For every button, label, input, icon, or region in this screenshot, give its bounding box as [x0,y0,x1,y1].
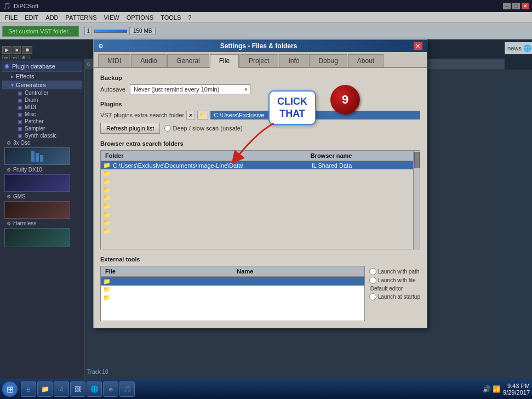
plugins-section: Plugins VST plugins extra search folder … [100,101,420,134]
folder-row-8[interactable]: 📁 [101,227,413,235]
deep-scan-radio-label[interactable]: Deep / slow scan (unsafe) [164,125,242,132]
folder-row-2[interactable]: 📁 [101,178,413,186]
launch-with-path-label: Launch with path [378,269,420,275]
browser-scrollbar-thumb[interactable] [414,152,420,168]
tool-name-0 [157,281,362,282]
vst-clear-button[interactable]: ✕ [186,111,195,119]
minimize-button[interactable]: ─ [503,3,511,9]
taskbar-ie-button[interactable]: e [21,381,36,397]
tab-file[interactable]: File [210,54,239,68]
tab-info[interactable]: Info [279,54,308,67]
taskbar-date: 9/29/2017 [503,389,530,396]
tab-audio[interactable]: Audio [131,54,167,67]
refresh-plugin-list-button[interactable]: Refresh plugin list [100,123,160,134]
dialog-content: Backup Autosave Never (just remind every… [94,68,427,328]
maximize-button[interactable]: □ [512,3,520,9]
launch-with-path-radio[interactable] [369,268,376,275]
folders-header: Folder Browser name [101,151,413,161]
folder-row-4[interactable]: 📁 [101,194,413,202]
tools-table: File Name 📁 📁 [100,266,365,321]
tab-general[interactable]: General [167,54,209,67]
folder-icon-4: 📁 [103,195,111,202]
taskbar-browser-button[interactable]: 🌐 [87,381,102,397]
taskbar: ⊞ e 📁 ♫ 🖼 🌐 ⊕ 🎵 🔊 📶 9:43 PM 9/29/2017 [0,379,532,399]
browser-folders-list: 📁 C:\Users\Exclusive\Documents\Image-Lin… [101,161,413,249]
dialog-overlay: ⚙ Settings - Files & folders ✕ MIDI Audi… [0,12,532,379]
taskbar-fl-studio-button[interactable]: 🎵 [119,381,135,397]
browser-name-col-header: Browser name [306,151,413,161]
dialog-titlebar: ⚙ Settings - Files & folders ✕ [94,40,427,52]
network-icon: ⊕ [108,386,113,392]
photo-icon: 🖼 [75,385,81,393]
window-controls: ─ □ ✕ [503,3,529,9]
tool-folder-icon-2: 📁 [103,294,111,301]
folder-icon-3: 📁 [103,186,111,193]
tool-file-bar-0 [113,277,157,285]
plugins-section-label: Plugins [100,101,420,107]
tab-about[interactable]: About [348,54,384,67]
browser-section-label: Browser extra search folders [100,140,420,147]
launch-with-file-radio[interactable] [369,277,376,284]
folder-col-header: Folder [101,151,306,161]
settings-dialog: ⚙ Settings - Files & folders ✕ MIDI Audi… [93,39,427,328]
taskbar-network-button[interactable]: ⊕ [103,381,118,397]
dialog-close-button[interactable]: ✕ [414,42,422,50]
tab-debug[interactable]: Debug [309,54,347,67]
vst-label: VST plugins extra search folder [100,112,184,118]
taskbar-right: 🔊 📶 9:43 PM 9/29/2017 [483,383,530,396]
tool-row-2[interactable]: 📁 [101,294,364,302]
deep-scan-radio[interactable] [164,125,171,132]
folder-icon-7: 📁 [103,219,111,226]
launch-with-file-radio-label[interactable]: Launch with file [369,277,420,284]
folder-row-3[interactable]: 📁 [101,186,413,194]
folder-row-7[interactable]: 📁 [101,219,413,227]
launch-at-startup-label: Launch at startup [378,294,420,300]
dialog-icon: ⚙ [98,43,104,50]
vst-row: VST plugins extra search folder ✕ 📁 C:\U… [100,111,420,119]
folder-row-6[interactable]: 📁 [101,210,413,219]
folder-row-0[interactable]: 📁 C:\Users\Exclusive\Documents\Image-Lin… [101,161,413,169]
launch-with-file-label: Launch with file [378,277,416,283]
tray-icons: 🔊 📶 [483,385,501,393]
taskbar-time: 9:43 PM [503,383,530,389]
start-button[interactable]: ⊞ [2,381,18,397]
vst-folder-button[interactable]: 📁 [197,111,208,119]
browser-scrollbar[interactable] [413,151,420,249]
deep-scan-label: Deep / slow scan (unsafe) [173,125,242,132]
launch-with-path-radio-label[interactable]: Launch with path [369,268,420,275]
autosave-row: Autosave Never (just remind every 10min) [100,84,420,94]
title-bar: 🎵 DiPCSoft ─ □ ✕ [0,0,532,12]
file-explorer-icon: 📁 [41,385,49,393]
tool-row-0[interactable]: 📁 [101,277,364,286]
launch-at-startup-radio-label[interactable]: Launch at startup [369,293,420,300]
tools-layout: File Name 📁 📁 [100,266,420,321]
taskbar-winamp-button[interactable]: ♫ [54,381,69,397]
taskbar-photo-button[interactable]: 🖼 [70,381,85,397]
app-icon: 🎵 [3,2,11,10]
tool-file-1 [113,289,237,290]
folder-icon-2: 📁 [103,178,111,185]
browser-section: Browser extra search folders Folder Brow… [100,140,420,249]
tool-name-2 [237,298,362,299]
tool-name-1 [237,289,362,290]
close-button[interactable]: ✕ [522,3,529,9]
tool-folder-icon-0: 📁 [103,278,111,285]
vst-path: C:\Users\Exclusive [210,111,420,119]
folder-icon-8: 📁 [103,227,111,235]
folder-row-1[interactable]: 📁 [101,169,413,178]
folder-icon-5: 📁 [103,203,111,210]
folder-row-5[interactable]: 📁 [101,202,413,210]
window-title: DiPCSoft [14,3,38,9]
tab-midi[interactable]: MIDI [98,54,130,67]
autosave-select[interactable]: Never (just remind every 10min) [130,84,250,94]
launch-at-startup-radio[interactable] [369,293,376,300]
tool-row-1[interactable]: 📁 [101,286,364,294]
default-editor-label: Default editor [369,286,420,292]
browser-icon: 🌐 [90,385,99,393]
folder-path-0: C:\Users\Exclusive\Documents\Image-Line\… [113,162,312,169]
tab-project[interactable]: Project [239,54,278,67]
browser-table: Folder Browser name 📁 C:\Users\Exclusive… [101,151,413,249]
taskbar-time-display: 9:43 PM 9/29/2017 [503,383,530,396]
internet-explorer-icon: e [26,385,31,394]
taskbar-explorer-button[interactable]: 📁 [37,381,53,397]
